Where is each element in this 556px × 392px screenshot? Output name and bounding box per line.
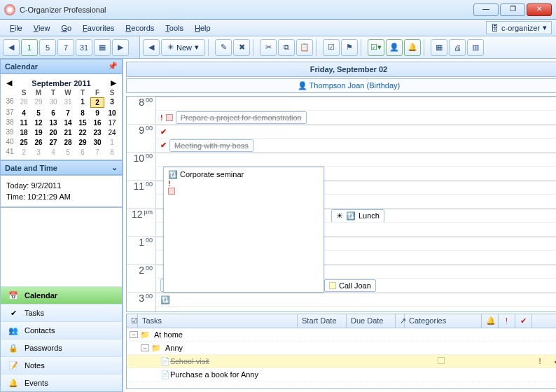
calendar-day[interactable]: 21 bbox=[61, 128, 75, 137]
new-button[interactable]: ✳ New ▾ bbox=[161, 39, 205, 56]
menu-records[interactable]: Records bbox=[120, 22, 160, 34]
appt-corporate-seminar[interactable]: 🔃 Corporate seminar ! bbox=[163, 167, 324, 293]
calendar-day[interactable]: 10 bbox=[105, 108, 119, 118]
calendar-day[interactable]: 18 bbox=[17, 128, 31, 137]
calendar-day[interactable]: 23 bbox=[90, 128, 104, 137]
calendar-day[interactable]: 11 bbox=[17, 118, 31, 127]
time-slot[interactable] bbox=[156, 97, 556, 111]
task-row[interactable]: 📄 Purchase a book for Anny 0% bbox=[127, 368, 556, 382]
reminder-col-icon[interactable]: 🔔 bbox=[482, 314, 499, 328]
calendar-day[interactable]: 27 bbox=[46, 138, 60, 147]
tasks-col-start[interactable]: Start Date bbox=[298, 314, 347, 328]
edit-button[interactable]: ✎ bbox=[215, 39, 232, 56]
calendar-day[interactable]: 9 bbox=[90, 108, 104, 118]
menu-help[interactable]: Help bbox=[189, 22, 216, 34]
nav-back-icon[interactable]: ◀ bbox=[3, 39, 20, 56]
time-slot[interactable]: ✔ bbox=[156, 125, 556, 139]
calendar-day[interactable]: 16 bbox=[90, 118, 104, 127]
view-month-button[interactable]: 31 bbox=[76, 39, 92, 56]
calendar-day[interactable]: 6 bbox=[46, 108, 60, 118]
calendar-day[interactable]: 26 bbox=[32, 138, 46, 147]
calendar-day[interactable]: 8 bbox=[76, 108, 90, 118]
calendar-day[interactable]: 20 bbox=[46, 128, 60, 137]
calendar-day[interactable]: 2 bbox=[17, 148, 31, 157]
menu-tools[interactable]: Tools bbox=[160, 22, 189, 34]
expander-icon[interactable]: − bbox=[130, 331, 138, 338]
done-col-icon[interactable]: ☑ bbox=[127, 314, 138, 328]
calendar-day[interactable]: 31 bbox=[61, 97, 75, 108]
time-slot[interactable]: ! Prepare a project for demonstration bbox=[156, 111, 556, 125]
priority-col-icon[interactable]: ! bbox=[499, 314, 515, 328]
calendar-day[interactable]: 4 bbox=[17, 108, 31, 118]
calendar-day[interactable]: 4 bbox=[46, 148, 60, 157]
calendar-panel-header[interactable]: Calendar 📌 bbox=[0, 59, 123, 74]
sidebar-item-tasks[interactable]: ✔Tasks bbox=[1, 304, 122, 321]
prev-month-icon[interactable]: ◀ bbox=[6, 78, 12, 88]
calendar-day[interactable]: 7 bbox=[90, 148, 104, 157]
view-day-button[interactable]: 1 bbox=[21, 39, 38, 56]
calendar-day[interactable]: 29 bbox=[76, 138, 90, 147]
cut-button[interactable]: ✂ bbox=[260, 39, 277, 56]
reminder-button[interactable]: 🔔 bbox=[404, 39, 421, 56]
view-workweek-button[interactable]: 5 bbox=[39, 39, 56, 56]
print-button[interactable]: 🖨 bbox=[449, 39, 466, 56]
task-group-row[interactable]: − 📁 Anny bbox=[127, 342, 556, 355]
allday-link[interactable]: Thompson Joan (Birthday) bbox=[310, 81, 401, 90]
calendar-day[interactable]: 1 bbox=[105, 138, 119, 147]
calendar-day[interactable]: 24 bbox=[105, 128, 119, 137]
assign-person-button[interactable]: 👤 bbox=[386, 39, 403, 56]
datetime-panel-header[interactable]: Date and Time ⌄ bbox=[0, 160, 123, 175]
calendar-day[interactable]: 6 bbox=[76, 148, 90, 157]
calendar-day[interactable]: 1 bbox=[76, 97, 90, 108]
tasks-col-name[interactable]: Tasks bbox=[138, 314, 298, 328]
menu-view[interactable]: View bbox=[28, 22, 56, 34]
check-col-icon[interactable]: ✔ bbox=[515, 314, 532, 328]
task-row[interactable]: 📄 School visit ! ✔ bbox=[127, 355, 556, 368]
calendar-day[interactable]: 30 bbox=[46, 97, 60, 108]
sort-icon[interactable]: ↗ bbox=[396, 314, 405, 328]
tasks-tree[interactable]: − 📁 At home − 📁 Anny 📄 School visit bbox=[127, 328, 556, 388]
view-week-button[interactable]: 7 bbox=[57, 39, 74, 56]
calendar-day[interactable]: 3 bbox=[32, 148, 46, 157]
categories-button[interactable]: ▦ bbox=[431, 39, 447, 56]
calendar-day[interactable]: 29 bbox=[32, 97, 46, 108]
schedule-grid[interactable]: 800! Prepare a project for demonstration… bbox=[126, 96, 556, 312]
tasks-col-cat[interactable]: Categories bbox=[405, 314, 482, 328]
menu-go[interactable]: Go bbox=[55, 22, 77, 34]
appt-meeting-boss[interactable]: Meeting with my boss bbox=[169, 139, 253, 152]
calendar-day[interactable]: 28 bbox=[17, 97, 31, 108]
sidebar-item-calendar[interactable]: 📅Calendar bbox=[1, 286, 122, 304]
allday-event[interactable]: 👤 Thompson Joan (Birthday) bbox=[126, 78, 556, 93]
calendar-day[interactable]: 13 bbox=[46, 118, 60, 127]
sidebar-item-contacts[interactable]: 👥Contacts bbox=[1, 321, 122, 339]
copy-button[interactable]: ⧉ bbox=[278, 39, 295, 56]
collapse-icon[interactable]: ⌄ bbox=[111, 163, 118, 172]
complete-button[interactable]: ☑ bbox=[323, 39, 340, 56]
calendar-day[interactable]: 25 bbox=[17, 138, 31, 147]
view-multi-button[interactable]: ▦ bbox=[94, 39, 111, 56]
task-group-row[interactable]: − 📁 At home bbox=[127, 328, 556, 342]
calendar-day[interactable]: 7 bbox=[61, 108, 75, 118]
calendar-day[interactable]: 2 bbox=[90, 97, 104, 108]
appt-lunch[interactable]: ☀🔃 Lunch bbox=[331, 209, 384, 223]
layout-button[interactable]: ▥ bbox=[467, 39, 484, 56]
calendar-day[interactable]: 28 bbox=[61, 138, 75, 147]
mini-calendar[interactable]: ◀ September 2011 ▶ SMTWTFS36282930311233… bbox=[0, 74, 123, 160]
pin-icon[interactable]: 📌 bbox=[108, 62, 118, 71]
calendar-day[interactable]: 5 bbox=[32, 108, 46, 118]
calendar-day[interactable]: 19 bbox=[32, 128, 46, 137]
paste-button[interactable]: 📋 bbox=[296, 39, 313, 56]
time-slot[interactable] bbox=[156, 153, 556, 167]
tasks-col-due[interactable]: Due Date bbox=[347, 314, 396, 328]
calendar-day[interactable]: 30 bbox=[90, 138, 104, 147]
calendar-day[interactable]: 17 bbox=[105, 118, 119, 127]
sidebar-item-events[interactable]: 🔔Events bbox=[1, 374, 122, 391]
menu-favorites[interactable]: Favorites bbox=[77, 22, 120, 34]
next-month-icon[interactable]: ▶ bbox=[111, 78, 116, 88]
maximize-button[interactable]: ❐ bbox=[500, 4, 525, 16]
calendar-day[interactable]: 12 bbox=[32, 118, 46, 127]
minimize-button[interactable]: — bbox=[473, 4, 499, 16]
calendar-day[interactable]: 22 bbox=[76, 128, 90, 137]
calendar-day[interactable]: 8 bbox=[105, 148, 119, 157]
delete-button[interactable]: ✖ bbox=[233, 39, 250, 56]
